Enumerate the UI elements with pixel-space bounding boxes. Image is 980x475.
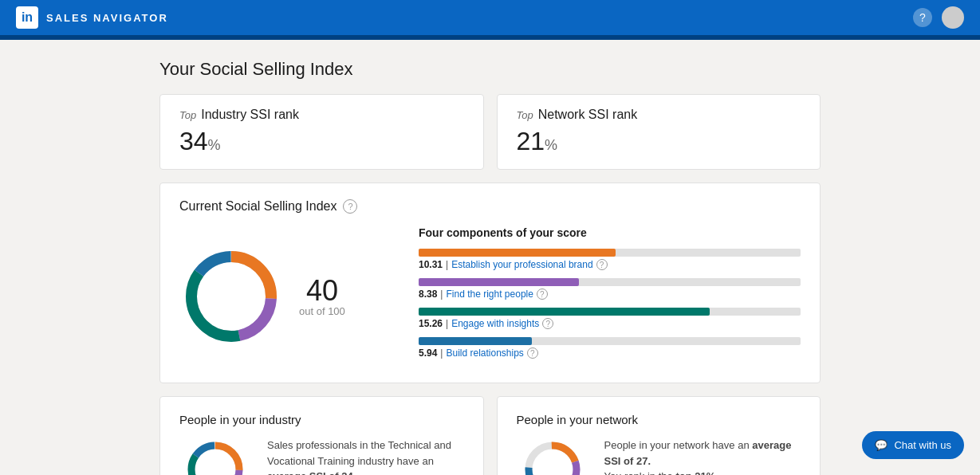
component-help-icon-1[interactable]: ? xyxy=(537,289,548,300)
rank-cards: Top Industry SSI rank 34% Top Network SS… xyxy=(159,94,821,170)
ssi-score: 40 out of 100 xyxy=(299,277,345,317)
network-text-line2: You rank in the xyxy=(604,470,673,475)
component-row-0: 10.31 | Establish your professional bran… xyxy=(419,249,801,270)
header-right: ? xyxy=(913,6,964,29)
industry-top-label: Top xyxy=(179,109,196,121)
industry-rank-value: 34 xyxy=(179,127,208,155)
ssi-donut-chart xyxy=(179,245,283,348)
component-label-1: 8.38 | Find the right people ? xyxy=(419,289,801,300)
component-label-3: 5.94 | Build relationships ? xyxy=(419,347,801,359)
component-score-1: 8.38 xyxy=(419,289,437,300)
network-top-label: Top xyxy=(517,109,533,121)
chat-button[interactable]: 💬 Chat with us xyxy=(862,431,964,459)
component-help-icon-3[interactable]: ? xyxy=(527,347,538,359)
component-link-2[interactable]: Engage with insights xyxy=(451,318,539,329)
network-rank-percent: % xyxy=(545,137,557,153)
network-rank-label: Network SSI rank xyxy=(538,108,637,122)
help-icon[interactable]: ? xyxy=(913,8,932,27)
network-bottom-card: People in your network 27 out of 100 Peo… xyxy=(497,396,821,475)
component-label-0: 10.31 | Establish your professional bran… xyxy=(419,259,801,270)
components-title: Four components of your score xyxy=(419,226,801,239)
component-bar-bg-1 xyxy=(419,278,801,286)
component-score-2: 15.26 xyxy=(419,318,443,329)
network-rank-card: Top Network SSI rank 21% xyxy=(497,94,821,170)
network-bottom-body: 27 out of 100 People in your network hav… xyxy=(517,438,801,475)
component-bar-bg-3 xyxy=(419,337,801,345)
industry-bottom-card: People in your industry 34 out of 100 Sa… xyxy=(159,396,484,475)
component-link-0[interactable]: Establish your professional brand xyxy=(451,259,592,270)
ssi-help-icon[interactable]: ? xyxy=(343,199,357,214)
industry-rank-label: Industry SSI rank xyxy=(201,108,299,122)
network-mini-donut-area: 27 out of 100 xyxy=(517,438,588,475)
component-row-3: 5.94 | Build relationships ? xyxy=(419,337,801,359)
industry-text-bold: average SSI of 34. xyxy=(267,470,356,475)
component-bar-bg-2 xyxy=(419,308,801,316)
component-link-1[interactable]: Find the right people xyxy=(446,289,533,300)
ssi-header: Current Social Selling Index ? xyxy=(179,199,801,214)
industry-mini-donut-area: 34 out of 100 xyxy=(179,438,251,475)
component-bar-fill-3 xyxy=(419,337,532,345)
chat-icon: 💬 xyxy=(875,439,888,451)
component-link-3[interactable]: Build relationships xyxy=(446,347,523,359)
component-label-2: 15.26 | Engage with insights ? xyxy=(419,318,801,329)
ssi-title: Current Social Selling Index xyxy=(179,199,337,214)
industry-bottom-body: 34 out of 100 Sales professionals in the… xyxy=(179,438,464,475)
ssi-section: Current Social Selling Index ? xyxy=(159,183,821,383)
component-bar-fill-1 xyxy=(419,278,579,286)
industry-rank-card: Top Industry SSI rank 34% xyxy=(159,94,484,170)
component-score-0: 10.31 xyxy=(419,259,443,270)
avatar[interactable] xyxy=(942,6,964,29)
industry-rank-percent: % xyxy=(208,137,221,153)
industry-card-text: Sales professionals in the Technical and… xyxy=(267,438,464,475)
network-text-rank: top 21% xyxy=(675,470,715,475)
component-score-3: 5.94 xyxy=(419,347,437,359)
component-bar-fill-2 xyxy=(419,308,710,316)
component-row-1: 8.38 | Find the right people ? xyxy=(419,278,801,300)
component-help-icon-2[interactable]: ? xyxy=(542,318,553,329)
industry-bottom-title: People in your industry xyxy=(179,413,464,426)
ssi-chart-area: 40 out of 100 xyxy=(179,245,387,348)
network-rank-value: 21 xyxy=(517,127,545,155)
network-text-line1: People in your network have an xyxy=(604,439,750,451)
chat-label: Chat with us xyxy=(894,439,951,451)
header: in SALES NAVIGATOR ? xyxy=(0,0,980,35)
linkedin-logo-icon: in xyxy=(16,6,38,29)
app-title: SALES NAVIGATOR xyxy=(46,12,168,24)
component-help-icon-0[interactable]: ? xyxy=(596,259,608,270)
network-bottom-title: People in your network xyxy=(517,413,801,426)
network-card-text: People in your network have an average S… xyxy=(604,438,801,475)
header-left: in SALES NAVIGATOR xyxy=(16,6,168,29)
ssi-score-subtitle: out of 100 xyxy=(299,305,345,317)
bottom-cards: People in your industry 34 out of 100 Sa… xyxy=(159,396,821,475)
industry-text-line1: Sales professionals in the Technical and… xyxy=(267,439,451,467)
component-row-2: 15.26 | Engage with insights ? xyxy=(419,308,801,329)
page-title: Your Social Selling Index xyxy=(159,59,821,80)
ssi-body: 40 out of 100 Four components of your sc… xyxy=(179,226,801,367)
main-content: Your Social Selling Index Top Industry S… xyxy=(0,40,980,475)
component-bar-fill-0 xyxy=(419,249,616,257)
ssi-components: Four components of your score 10.31 | Es… xyxy=(419,226,801,367)
ssi-score-number: 40 xyxy=(299,277,345,305)
component-bar-bg-0 xyxy=(419,249,801,257)
